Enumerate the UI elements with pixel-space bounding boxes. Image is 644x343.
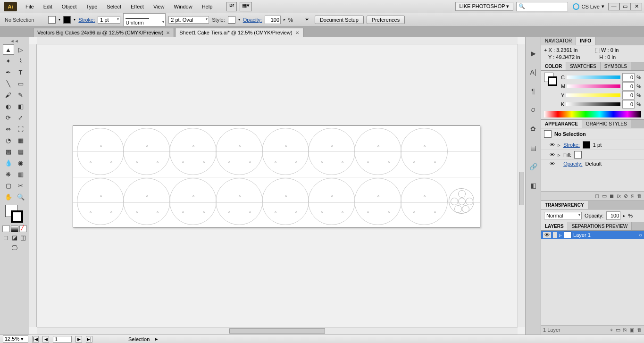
shape-builder-tool[interactable]: ◔: [3, 135, 14, 145]
bridge-button[interactable]: Br: [226, 2, 237, 11]
eye-icon[interactable]: 👁: [550, 142, 555, 148]
menu-edit[interactable]: Edit: [39, 2, 57, 11]
recolor-icon[interactable]: ✶: [302, 17, 312, 23]
first-artboard-button[interactable]: |◀: [32, 336, 39, 343]
opentype-icon[interactable]: O: [528, 105, 538, 115]
delete-icon[interactable]: 🗑: [637, 193, 642, 199]
layer-row[interactable]: 👁 ▹ Layer 1 ○: [541, 231, 644, 239]
search-input[interactable]: 🔍: [516, 2, 568, 11]
add-fill-icon[interactable]: ◼: [610, 193, 614, 199]
free-transform-tool[interactable]: ⛶: [15, 124, 26, 134]
cyan-slider[interactable]: [567, 75, 620, 79]
perspective-tool[interactable]: ▦: [15, 135, 26, 145]
screen-mode[interactable]: 🖵: [9, 243, 20, 253]
document-tab-2[interactable]: Sheet1 Cake Tiers.ai* @ 12.5% (CMYK/Prev…: [175, 28, 303, 37]
prev-artboard-button[interactable]: ◀: [42, 336, 49, 343]
arrange-button[interactable]: ▦▾: [240, 2, 252, 11]
yellow-input[interactable]: [622, 91, 635, 100]
next-artboard-button[interactable]: ▶: [75, 336, 82, 343]
add-stroke-icon[interactable]: ▭: [602, 193, 607, 199]
document-tab-1[interactable]: Vectors Big Cakes 24x96.ai @ 12.5% (CMYK…: [33, 28, 174, 37]
scale-tool[interactable]: ⤢: [15, 112, 26, 123]
opacity-link[interactable]: Opacity:: [243, 17, 262, 23]
zoom-tool[interactable]: 🔍: [15, 192, 26, 202]
opacity-input[interactable]: [265, 16, 281, 24]
menu-type[interactable]: Type: [82, 2, 102, 11]
tab-color[interactable]: COLOR: [541, 62, 566, 70]
last-artboard-button[interactable]: ▶|: [86, 336, 92, 343]
pencil-tool[interactable]: ✎: [15, 90, 26, 100]
brushes-icon[interactable]: ✿: [528, 124, 538, 134]
type-tool[interactable]: T: [15, 67, 26, 77]
tab-appearance[interactable]: APPEARANCE: [541, 120, 582, 128]
cslive-button[interactable]: CS Live ▾: [573, 3, 604, 10]
actions-icon[interactable]: ◧: [528, 180, 538, 191]
line-tool[interactable]: ╲: [3, 78, 14, 89]
fx-icon[interactable]: fx: [617, 193, 621, 199]
duplicate-icon[interactable]: ⎘: [631, 193, 634, 199]
rectangle-tool[interactable]: ▭: [15, 78, 26, 89]
eye-icon[interactable]: 👁: [550, 152, 555, 158]
transparency-opacity-input[interactable]: [606, 211, 620, 220]
tab-graphic-styles[interactable]: GRAPHIC STYLES: [582, 120, 631, 128]
mesh-tool[interactable]: ▩: [3, 146, 14, 157]
clear-icon[interactable]: ⊘: [624, 193, 628, 199]
lasso-tool[interactable]: ⌇: [15, 56, 26, 66]
magenta-input[interactable]: [622, 82, 635, 91]
new-art-icon[interactable]: ◻: [595, 193, 599, 199]
magenta-slider[interactable]: [567, 84, 620, 88]
menu-help[interactable]: Help: [197, 2, 217, 11]
gradient-panel-icon[interactable]: ▤: [528, 142, 538, 153]
color-spectrum[interactable]: [544, 111, 641, 117]
eraser-tool[interactable]: ◧: [15, 101, 26, 111]
paragraph-icon[interactable]: ¶: [528, 86, 538, 96]
scrollbar-horizontal[interactable]: [37, 327, 518, 335]
symbol-sprayer-tool[interactable]: ❋: [3, 169, 14, 179]
eye-icon[interactable]: 👁: [543, 232, 551, 238]
blob-brush-tool[interactable]: ◐: [3, 101, 14, 111]
draw-normal[interactable]: ◻: [2, 234, 10, 241]
menu-select[interactable]: Select: [102, 2, 126, 11]
stroke-link[interactable]: Stroke:: [78, 17, 95, 23]
close-icon[interactable]: ✕: [295, 30, 299, 35]
cyan-input[interactable]: [622, 73, 635, 82]
window-maximize[interactable]: ▭: [619, 3, 631, 10]
tab-navigator[interactable]: NAVIGATOR: [541, 37, 576, 45]
menu-effect[interactable]: Effect: [126, 2, 149, 11]
tab-swatches[interactable]: SWATCHES: [566, 62, 601, 70]
rotate-tool[interactable]: ⟳: [3, 112, 14, 123]
close-icon[interactable]: ✕: [166, 30, 170, 35]
eye-icon[interactable]: 👁: [550, 161, 555, 167]
canvas-area[interactable]: [29, 37, 525, 335]
draw-inside[interactable]: ◫: [19, 234, 27, 241]
menu-window[interactable]: Window: [169, 2, 197, 11]
appearance-fill[interactable]: Fill:: [563, 152, 571, 158]
fill-stroke-control[interactable]: [5, 205, 24, 224]
stroke-swatch[interactable]: [63, 16, 71, 24]
width-profile-dropdown[interactable]: 2 pt. Oval: [168, 16, 209, 24]
yellow-slider[interactable]: [566, 93, 620, 97]
window-close[interactable]: ✕: [631, 3, 642, 10]
slice-tool[interactable]: ✂: [15, 180, 26, 191]
new-layer-icon[interactable]: ▣: [629, 327, 634, 333]
stroke-weight-dropdown[interactable]: 1 pt: [98, 16, 120, 24]
stroke-color[interactable]: [11, 210, 23, 223]
workspace-switcher[interactable]: LIKE PHOTOSHOP ▾: [455, 2, 514, 11]
new-sublayer-icon[interactable]: ⎘: [623, 327, 627, 333]
eyedropper-tool[interactable]: 💧: [3, 158, 14, 168]
selection-tool[interactable]: ▲: [3, 44, 14, 55]
play-icon[interactable]: ▶: [528, 48, 538, 59]
magic-wand-tool[interactable]: ✦: [3, 56, 14, 66]
graph-tool[interactable]: ▥: [15, 169, 26, 179]
gradient-tool[interactable]: ▤: [15, 146, 26, 157]
make-clip-icon[interactable]: ▭: [616, 327, 620, 333]
artboard-tool[interactable]: ▢: [3, 180, 14, 191]
hand-tool[interactable]: ✋: [3, 192, 14, 202]
blend-mode-dropdown[interactable]: Normal: [544, 212, 582, 219]
draw-behind[interactable]: ◪: [11, 234, 18, 241]
fill-swatch[interactable]: [48, 16, 56, 24]
menu-object[interactable]: Object: [57, 2, 82, 11]
tab-info[interactable]: INFO: [576, 37, 595, 45]
character-icon[interactable]: A|: [528, 67, 538, 77]
appearance-opacity[interactable]: Opacity:: [563, 161, 582, 167]
